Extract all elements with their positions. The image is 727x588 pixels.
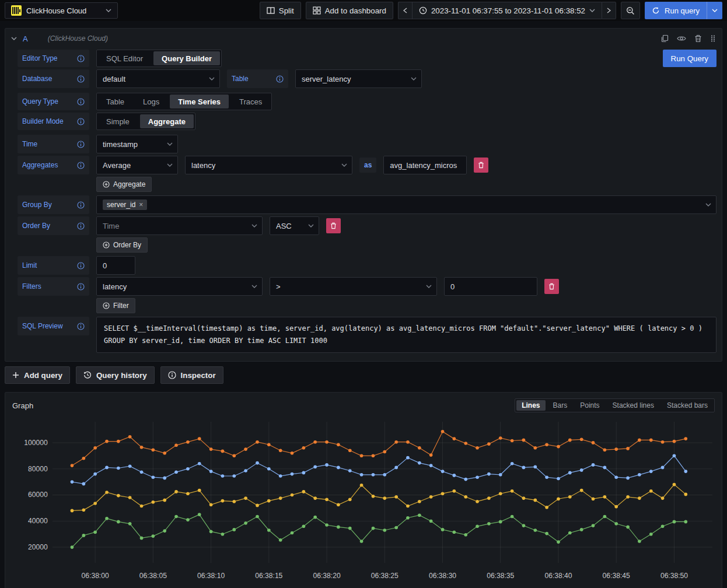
query-editor-panel: A (ClickHouse Cloud)	[5, 28, 722, 362]
time-range-picker[interactable]: 2023-11-01 06:37:55 to 2023-11-01 06:38:…	[412, 2, 602, 19]
builder-mode-option-aggregate[interactable]: Aggregate	[140, 114, 194, 128]
run-query-button[interactable]: Run query	[645, 2, 707, 19]
info-icon[interactable]	[77, 162, 85, 169]
group-by-label: Group By	[18, 195, 89, 214]
chevron-down-icon	[308, 224, 314, 228]
history-icon	[83, 371, 92, 379]
query-type-label: Query Type	[18, 93, 89, 110]
remove-order-by-button[interactable]	[326, 218, 341, 233]
query-type-option-table[interactable]: Table	[98, 94, 132, 108]
info-icon[interactable]	[77, 222, 85, 230]
info-icon[interactable]	[77, 141, 85, 148]
info-icon[interactable]	[77, 262, 85, 270]
viz-mode-points[interactable]: Points	[575, 400, 604, 411]
zoom-out-time-button[interactable]	[621, 2, 640, 19]
delete-query-trash-icon[interactable]	[694, 34, 702, 43]
viz-mode-stacked-lines[interactable]: Stacked lines	[607, 400, 659, 411]
database-select[interactable]: default	[96, 69, 220, 88]
order-by-direction-select[interactable]: ASC	[270, 216, 319, 235]
add-query-button[interactable]: Add query	[5, 366, 70, 384]
query-type-switch: Table Logs Time Series Traces	[96, 93, 272, 110]
info-icon[interactable]	[77, 201, 85, 209]
top-navigation-bar: ClickHouse Cloud Split Add to dashboard …	[0, 0, 727, 21]
editor-type-label: Editor Type	[18, 50, 89, 67]
group-by-select[interactable]: server_id ×	[96, 195, 716, 214]
chevron-right-icon	[607, 8, 611, 13]
plus-circle-icon	[103, 302, 110, 309]
filter-field-select[interactable]: latency	[96, 277, 263, 296]
remove-aggregate-button[interactable]	[474, 158, 488, 173]
time-column-label: Time	[18, 135, 89, 153]
graph-panel-title: Graph	[12, 401, 33, 410]
apps-grid-icon	[313, 6, 321, 15]
query-type-option-logs[interactable]: Logs	[135, 94, 167, 108]
query-header[interactable]: A (ClickHouse Cloud)	[5, 29, 722, 48]
plus-circle-icon	[103, 181, 110, 188]
aggregate-function-select[interactable]: Average	[96, 156, 178, 174]
datasource-picker[interactable]: ClickHouse Cloud	[5, 2, 118, 19]
info-icon[interactable]	[77, 283, 85, 290]
inspector-button[interactable]: Inspector	[160, 366, 223, 384]
add-order-by-button[interactable]: Order By	[96, 237, 148, 253]
filter-operator-select[interactable]: >	[270, 277, 437, 296]
remove-filter-button[interactable]	[544, 279, 559, 294]
query-type-option-traces[interactable]: Traces	[231, 94, 270, 108]
info-icon[interactable]	[77, 98, 85, 106]
viz-mode-stacked-bars[interactable]: Stacked bars	[662, 400, 713, 411]
svg-text:06:38:20: 06:38:20	[313, 572, 341, 580]
collapse-chevron-icon[interactable]	[11, 37, 17, 40]
svg-text:06:38:00: 06:38:00	[82, 572, 109, 580]
editor-type-option-query-builder[interactable]: Query Builder	[153, 51, 220, 65]
add-to-dashboard-button[interactable]: Add to dashboard	[306, 2, 393, 19]
plus-icon	[12, 372, 19, 379]
info-icon[interactable]	[77, 75, 85, 83]
duplicate-query-icon[interactable]	[660, 34, 669, 43]
order-by-field-select[interactable]: Time	[96, 216, 263, 235]
sql-preview-text: SELECT $__timeInterval(timestamp) as tim…	[96, 317, 716, 353]
chevron-down-icon	[426, 285, 432, 288]
drag-handle-icon[interactable]	[710, 34, 716, 43]
viz-mode-bars[interactable]: Bars	[548, 400, 573, 411]
timeseries-chart[interactable]: 2000040000600008000010000006:38:0006:38:…	[10, 417, 717, 587]
info-icon[interactable]	[77, 55, 85, 62]
svg-text:06:38:50: 06:38:50	[660, 572, 688, 580]
split-label: Split	[279, 6, 294, 15]
chevron-down-icon	[106, 9, 111, 12]
as-keyword-chip: as	[359, 158, 376, 173]
query-datasource-hint: (ClickHouse Cloud)	[48, 34, 108, 43]
builder-mode-switch: Simple Aggregate	[96, 113, 195, 130]
aggregate-column-select[interactable]: latency	[185, 156, 352, 174]
add-filter-button[interactable]: Filter	[96, 298, 135, 313]
info-icon[interactable]	[77, 323, 85, 330]
time-shift-forward-button[interactable]	[602, 2, 616, 19]
hide-query-eye-icon[interactable]	[677, 35, 686, 42]
order-by-label: Order By	[18, 216, 89, 235]
info-icon[interactable]	[77, 118, 85, 125]
chevron-down-icon	[167, 163, 173, 167]
chevron-down-icon	[209, 77, 215, 80]
builder-mode-option-simple[interactable]: Simple	[98, 114, 138, 128]
chevron-left-icon	[403, 8, 407, 13]
run-query-dropdown-toggle[interactable]	[707, 2, 722, 19]
svg-text:80000: 80000	[28, 465, 48, 473]
query-history-button[interactable]: Query history	[76, 366, 155, 384]
time-shift-back-button[interactable]	[398, 2, 412, 19]
svg-text:100000: 100000	[24, 439, 48, 447]
refresh-icon	[652, 6, 660, 15]
filter-value-input[interactable]: 0	[444, 277, 537, 296]
panel-run-query-button[interactable]: Run Query	[663, 50, 716, 67]
query-type-option-time-series[interactable]: Time Series	[170, 94, 229, 108]
time-column-select[interactable]: timestamp	[96, 135, 178, 153]
svg-text:06:38:25: 06:38:25	[371, 572, 399, 580]
viz-mode-lines[interactable]: Lines	[516, 400, 545, 411]
editor-type-option-sql-editor[interactable]: SQL Editor	[98, 51, 151, 65]
aggregate-alias-input[interactable]: avg_latency_micros	[383, 156, 467, 174]
limit-input[interactable]: 0	[96, 256, 135, 275]
info-icon[interactable]	[276, 75, 284, 83]
split-button[interactable]: Split	[260, 2, 301, 19]
add-aggregate-button[interactable]: Aggregate	[96, 177, 152, 192]
table-label: Table	[227, 69, 288, 88]
svg-text:60000: 60000	[28, 491, 48, 499]
remove-tag-icon[interactable]: ×	[139, 201, 143, 209]
table-select[interactable]: server_latency	[295, 69, 422, 88]
